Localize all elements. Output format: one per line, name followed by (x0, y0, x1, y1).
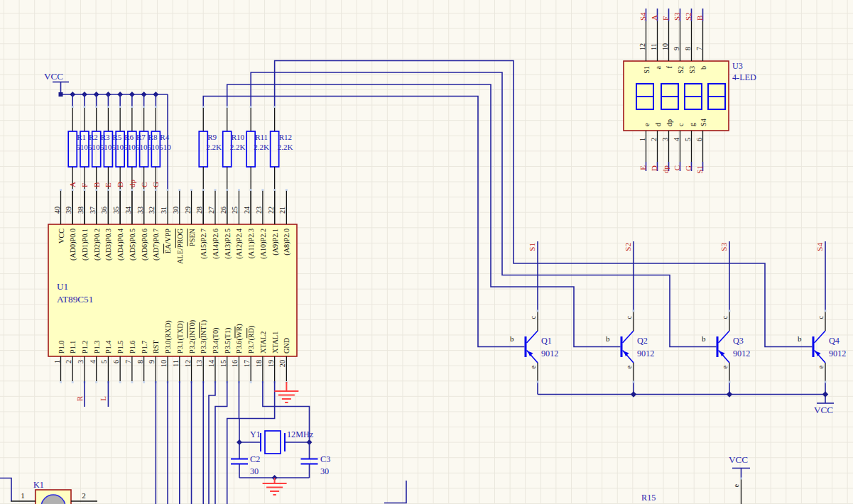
emitter-arrow (528, 351, 533, 357)
net-label: F (80, 183, 89, 187)
wire[interactable] (0, 478, 11, 502)
wire[interactable] (215, 381, 227, 504)
pin-name: (A11)P2.3 (247, 229, 256, 258)
pin-end-marker (286, 189, 288, 191)
base-net-wire[interactable] (275, 61, 813, 347)
transistor-part: 9012 (637, 349, 654, 358)
ground-symbol (263, 478, 287, 495)
pin-number: 4 (673, 138, 680, 141)
resistor-ref-label: R8 (148, 133, 158, 141)
pin-number: 27 (207, 207, 215, 214)
net-label: C (140, 182, 148, 187)
pin-end-marker (250, 106, 252, 108)
emitter-arrow (815, 351, 821, 357)
resistor-value-label: 2.2K (254, 143, 269, 151)
pin-end-marker (131, 189, 133, 191)
pin-label-b: b (798, 334, 802, 343)
pin-number: 9 (673, 47, 680, 50)
pin-label-c: c (529, 316, 537, 319)
pin-name: ALE/PROG (176, 228, 184, 263)
pin-end-marker (633, 381, 635, 383)
pin-number: 11 (172, 360, 180, 367)
pin-label-c: c (721, 316, 729, 319)
pin-end-marker (226, 106, 228, 108)
net-label: B (92, 182, 101, 187)
pin-end-marker (537, 310, 539, 312)
pin-name: P3.0(RXD) (164, 320, 173, 354)
pin-number: 5 (100, 360, 108, 363)
pin-name: RST (152, 340, 160, 354)
pin-number: 14 (207, 360, 215, 367)
pin-number: 2 (65, 360, 72, 363)
resistor-ref-label: R15 (641, 493, 656, 503)
pin-number: 39 (65, 207, 72, 214)
pin-end-marker (107, 106, 109, 108)
pin-name: P3.7(RD) (247, 326, 256, 354)
transistor-ref: Q4 (829, 336, 840, 346)
net-label: G (684, 165, 692, 171)
pin-number: 23 (255, 207, 263, 214)
crystal-body[interactable] (265, 431, 281, 454)
pin-name: P3.2(INT0) (188, 320, 197, 354)
pin-name: (AD5)P0.5 (129, 229, 137, 261)
pin-number: 36 (100, 207, 108, 214)
pin-label-e: e (625, 366, 633, 369)
pin-end-marker (143, 106, 145, 108)
net-label: S2 (684, 12, 692, 21)
transistor-part: 9012 (829, 349, 846, 358)
pin-label-e: e (721, 366, 729, 369)
emitter-arrow (719, 351, 725, 357)
wire[interactable] (384, 481, 406, 503)
pin-end-marker (95, 189, 97, 191)
junction-dot (59, 92, 63, 97)
pin-end-marker (131, 106, 133, 108)
pin-end-marker (60, 381, 62, 383)
schematic-svg: VCCR1510AR2510FR3510BR5510ER6510DR7510dp… (0, 0, 853, 504)
transistor-part: 9012 (541, 349, 558, 358)
net-label: F (661, 16, 670, 21)
net-label: D (650, 165, 658, 171)
pin-number: 8 (136, 360, 144, 363)
pin-number: 25 (231, 207, 239, 214)
pin-name: P1.5 (116, 341, 124, 354)
pin-number: 1 (21, 491, 25, 500)
resistor-ref-label: R10 (232, 133, 245, 141)
pin-name: S1 (643, 66, 651, 74)
net-label: E (104, 182, 112, 187)
pin-label-c: c (625, 316, 633, 319)
net-label: dp (128, 180, 136, 188)
pin-number: 3 (77, 360, 85, 363)
pin-number: 12 (184, 360, 192, 367)
pin-end-marker (95, 106, 97, 108)
resistor-value-label: 510 (76, 143, 88, 151)
pin-name: P3.1(TXD) (176, 321, 185, 354)
net-label: D (116, 182, 124, 187)
resistor-ref-label: R5 (112, 133, 121, 141)
net-label: G (151, 182, 160, 187)
pin-number: 7 (124, 360, 132, 363)
pin-name: (A15)P2.7 (200, 229, 208, 259)
vcc-label-top: VCC (44, 71, 63, 82)
pin-number: 10 (160, 360, 168, 367)
ic-u3-ref: U3 (732, 61, 743, 71)
pin-number: 38 (77, 207, 85, 214)
resistor-ref-label: R7 (136, 133, 146, 141)
pin-number: 30 (172, 207, 180, 214)
pin-number: 4 (89, 360, 97, 363)
pin-name: e (643, 123, 651, 126)
resistor-value-label: 510 (148, 143, 160, 151)
resistor-value-label: 2.2K (230, 143, 246, 151)
emitter-arrow (624, 351, 629, 357)
pin-number: 19 (267, 360, 275, 367)
pin-end-marker (250, 189, 252, 191)
pin-name: XTAL2 (259, 332, 267, 354)
pin-end-marker (72, 106, 74, 108)
emitter-rail[interactable] (538, 395, 825, 404)
pin-end-marker (72, 189, 74, 191)
wire[interactable] (209, 381, 215, 504)
pin-number: 28 (195, 207, 203, 214)
pin-name: (A12)P2.4 (235, 229, 244, 259)
symbol-outline (815, 331, 826, 343)
net-label: E (639, 165, 647, 170)
pin-end-marker (238, 189, 240, 191)
